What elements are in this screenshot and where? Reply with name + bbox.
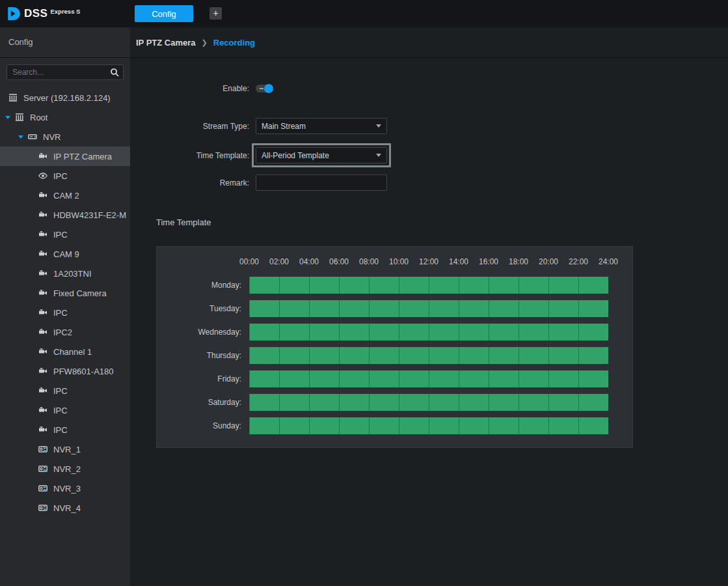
time-label: 02:00 xyxy=(264,257,294,266)
search-icon[interactable] xyxy=(109,67,120,77)
day-label: Thursday: xyxy=(157,351,241,360)
tree-item-label: CAM 2 xyxy=(53,191,79,201)
schedule-bar[interactable] xyxy=(249,300,608,317)
recording-settings: Enable: Stream Type: Main Stream Time Te… xyxy=(130,57,728,586)
device-tree: Server (192.168.2.124)RootNVRIP PTZ Came… xyxy=(0,88,130,518)
schedule-row: Thursday: xyxy=(157,344,632,367)
tree-item-ipc2[interactable]: IPC2 xyxy=(0,322,130,342)
day-label: Friday: xyxy=(157,374,241,384)
recorder-icon xyxy=(38,444,48,454)
tree-item-label: IPC2 xyxy=(53,328,72,337)
tree-item-ipc[interactable]: IPC xyxy=(0,166,130,186)
tree-item-label: Root xyxy=(30,113,47,122)
enable-row: Enable: xyxy=(130,80,273,96)
time-template-label: Time Template: xyxy=(130,151,249,160)
tree-item-nvr-3[interactable]: NVR_3 xyxy=(0,479,130,498)
enable-label: Enable: xyxy=(130,84,249,93)
expand-arrow-icon[interactable] xyxy=(5,116,10,119)
time-label: 06:00 xyxy=(324,257,354,266)
add-tab-button[interactable]: + xyxy=(209,7,222,20)
tree-item-1a203tni[interactable]: 1A203TNI xyxy=(0,264,130,283)
tree-item-label: HDBW4231F-E2-M xyxy=(53,210,126,220)
toggle-knob xyxy=(264,84,273,93)
app-logo: DSS Express S xyxy=(7,0,80,27)
tree-item-ip-ptz-camera[interactable]: IP PTZ Camera xyxy=(0,146,130,166)
tree-item-cam-2[interactable]: CAM 2 xyxy=(0,186,130,205)
recorder-icon xyxy=(38,503,48,513)
recorder-icon xyxy=(38,464,48,474)
ptz-camera-icon xyxy=(38,307,48,318)
time-template-dropdown[interactable]: All-Period Template xyxy=(256,147,387,163)
day-label: Monday: xyxy=(157,281,241,290)
tree-item-nvr-1[interactable]: NVR_1 xyxy=(0,440,130,459)
tree-item-nvr-2[interactable]: NVR_2 xyxy=(0,459,130,479)
dss-logo-icon xyxy=(7,7,21,21)
ptz-camera-icon xyxy=(38,249,48,259)
schedule-bar[interactable] xyxy=(249,324,608,341)
tree-item-ipc[interactable]: IPC xyxy=(0,225,130,244)
stream-type-row: Stream Type: Main Stream xyxy=(130,118,387,134)
tree-item-channel-1[interactable]: Channel 1 xyxy=(0,342,130,361)
schedule-bar[interactable] xyxy=(249,370,608,387)
schedule-row: Tuesday: xyxy=(157,297,632,320)
expand-arrow-icon[interactable] xyxy=(18,135,23,139)
tree-item-label: IPC xyxy=(53,425,68,435)
tree-item-hdbw4231f-e2-m[interactable]: HDBW4231F-E2-M xyxy=(0,205,130,225)
tree-item-root[interactable]: Root xyxy=(0,107,130,127)
time-label: 22:00 xyxy=(563,257,593,266)
tree-item-label: NVR xyxy=(43,132,61,142)
ptz-camera-icon xyxy=(38,405,48,415)
breadcrumb-parent[interactable]: IP PTZ Camera xyxy=(136,38,196,48)
ptz-camera-icon xyxy=(38,385,48,396)
tree-item-ipc[interactable]: IPC xyxy=(0,303,130,322)
tree-item-ipc[interactable]: IPC xyxy=(0,381,130,400)
tree-item-ipc[interactable]: IPC xyxy=(0,400,130,420)
tree-item-label: IPC xyxy=(53,308,68,318)
tree-item-fixed-camera[interactable]: Fixed Camera xyxy=(0,283,130,303)
search-box xyxy=(7,64,124,80)
nvr-icon xyxy=(27,132,38,142)
breadcrumb: IP PTZ Camera ❯ Recording xyxy=(130,27,728,58)
tree-item-cam-9[interactable]: CAM 9 xyxy=(0,244,130,264)
server-icon xyxy=(8,92,18,103)
time-label: 16:00 xyxy=(474,257,504,266)
ptz-camera-icon xyxy=(38,268,48,279)
sidebar-title: Config xyxy=(0,27,130,58)
schedule-bar[interactable] xyxy=(249,277,608,294)
tree-item-ipc[interactable]: IPC xyxy=(0,420,130,440)
tree-item-label: Channel 1 xyxy=(53,347,92,357)
schedule-bar[interactable] xyxy=(249,347,608,364)
config-tab[interactable]: Config xyxy=(135,5,193,22)
dome-camera-icon xyxy=(38,171,48,181)
tree-item-label: NVR_1 xyxy=(53,445,81,454)
time-label: 24:00 xyxy=(593,257,623,266)
time-label: 10:00 xyxy=(384,257,414,266)
tree-item-label: IPC xyxy=(53,386,68,396)
enable-toggle[interactable] xyxy=(256,85,273,92)
brand-suffix: Express S xyxy=(50,8,80,15)
tree-item-label: IPC xyxy=(53,406,68,415)
tree-item-pfw8601-a180[interactable]: PFW8601-A180 xyxy=(0,361,130,381)
time-label: 04:00 xyxy=(294,257,324,266)
schedule-bar[interactable] xyxy=(249,417,608,434)
time-label: 18:00 xyxy=(504,257,533,266)
schedule-bar[interactable] xyxy=(249,394,608,411)
day-label: Wednesday: xyxy=(157,328,241,337)
main-area: IP PTZ Camera ❯ Recording Enable: Stream… xyxy=(130,27,728,586)
toggle-dash xyxy=(260,88,263,89)
time-label: 14:00 xyxy=(444,257,474,266)
time-template-highlight: All-Period Template xyxy=(252,143,391,167)
ptz-camera-icon xyxy=(38,366,48,376)
time-label: 20:00 xyxy=(533,257,563,266)
tree-item-nvr[interactable]: NVR xyxy=(0,127,130,146)
day-label: Sunday: xyxy=(157,421,241,430)
remark-input[interactable] xyxy=(256,174,387,191)
time-label: 00:00 xyxy=(234,257,264,266)
tree-item-label: IPC xyxy=(53,230,68,240)
ptz-camera-icon xyxy=(38,288,48,298)
ptz-camera-icon xyxy=(38,425,48,435)
stream-type-dropdown[interactable]: Main Stream xyxy=(256,118,387,134)
search-input[interactable] xyxy=(7,64,124,80)
tree-item-nvr-4[interactable]: NVR_4 xyxy=(0,498,130,518)
tree-item-server-192-168-2-124[interactable]: Server (192.168.2.124) xyxy=(0,88,130,107)
